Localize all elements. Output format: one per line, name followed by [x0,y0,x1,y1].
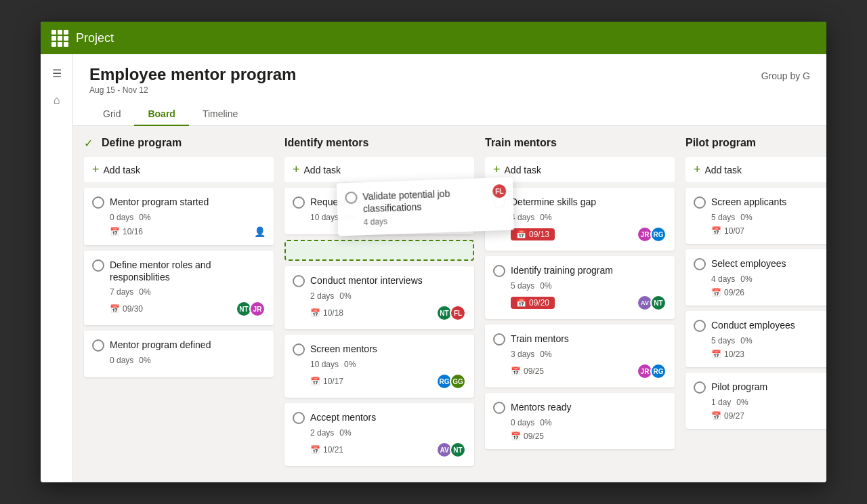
avatar-gg: GG [450,373,466,390]
task-footer: 📅 09/20 AV NT [511,295,667,311]
project-header: Employee mentor program Aug 15 - Nov 12 … [73,54,826,126]
avatar-fl: FL [450,305,466,321]
task-conduct-mentor-interviews[interactable]: Conduct mentor interviews 2 days 0% 📅 [284,266,474,329]
waffle-icon[interactable] [51,30,68,46]
project-title: Employee mentor program [89,65,296,84]
task-avatars: NT FL [436,305,466,321]
add-task-label: Add task [104,165,140,175]
task-title: Mentor program defined [110,339,211,351]
task-define-mentor-roles[interactable]: Define mentor roles and responsiblities … [84,251,274,325]
tab-board[interactable]: Board [134,103,188,126]
app-title: Project [76,31,114,45]
task-avatars: 👤 [254,226,266,237]
task-footer: 📅 10/21 AV NT [310,442,466,458]
avatar-nt: NT [450,442,466,458]
task-title: Select employees [711,257,786,270]
waffle-dot-4 [51,36,56,41]
task-date: 📅 10/17 [310,377,343,386]
plus-icon: + [92,163,100,177]
column-header-pilot-program: Pilot program [685,137,826,149]
task-meta: 2 days 0% [310,428,466,438]
task-circle [293,343,305,356]
task-conduct-employees[interactable]: Conduct employees 5 days 0% 📅 10/23 [685,311,826,367]
task-title: Identify training program [511,264,613,276]
column-train-mentors: Train mentors + Add task Determine ski [485,137,675,471]
task-mentors-ready[interactable]: Mentors ready 0 days 0% 📅 09/25 [485,393,675,449]
task-title: Define mentor roles and responsiblities [110,259,266,283]
task-title: Pilot program [711,381,767,393]
waffle-dot-2 [58,30,62,35]
task-mentor-program-defined[interactable]: Mentor program defined 0 days 0% [84,331,274,377]
task-date: 📅 09/25 [511,366,544,376]
task-meta: 4 days 0% [711,274,826,284]
task-pilot-program-task[interactable]: Pilot program 1 day 0% 📅 09/27 [685,373,826,429]
waffle-dot-5 [58,36,62,41]
task-date-overdue: 📅 09/13 [511,228,555,240]
add-task-pilot-program[interactable]: + Add task [685,157,826,182]
task-identify-training-program[interactable]: Identify training program 5 days 0% 📅 [485,256,675,319]
tab-timeline[interactable]: Timeline [189,103,251,126]
plus-icon: + [694,163,701,177]
task-title: Accept mentors [310,411,376,423]
task-circle [493,333,505,345]
task-title: Screen applicants [711,196,786,208]
task-screen-applicants[interactable]: Screen applicants 5 days 0% 📅 10/07 [685,188,826,244]
task-circle [293,412,305,424]
assign-icon: 👤 [254,226,266,237]
task-title: Mentors ready [511,401,571,413]
task-circle [293,275,305,287]
task-date: 📅 10/21 [310,445,343,455]
task-date: 📅 09/30 [110,304,143,314]
task-avatars: JR RG [637,226,667,243]
add-task-label: Add task [304,165,341,175]
tab-grid[interactable]: Grid [89,103,134,126]
task-avatars: JR RG [637,363,667,379]
task-circle [293,196,305,209]
column-check-icon: ✓ [84,137,96,149]
task-footer: 📅 10/16 👤 [110,226,266,237]
task-circle [694,196,706,209]
task-avatars: NT JR [236,301,266,317]
task-date: 📅 09/26 [711,288,744,297]
drag-card-avatar: FL [491,183,508,200]
column-title-identify-mentors: Identify mentors [284,137,368,149]
task-screen-mentors[interactable]: Screen mentors 10 days 0% 📅 10/17 [284,335,474,398]
waffle-dot-3 [64,30,68,35]
task-circle [345,192,358,205]
drag-card-title: Validate potential job classifications [362,186,505,215]
column-title-pilot-program: Pilot program [685,137,756,149]
sidebar-home-icon[interactable]: ⌂ [46,89,68,111]
app-window: Project ☰ ⌂ Employee mentor program Aug … [41,22,826,482]
task-avatars: AV NT [436,442,466,458]
task-meta: 0 days 0% [511,418,667,427]
waffle-dot-8 [58,42,62,47]
task-accept-mentors[interactable]: Accept mentors 2 days 0% 📅 10/21 [284,403,474,466]
main-content: ☰ ⌂ Employee mentor program Aug 15 - Nov… [41,54,826,482]
task-meta: 4 days 0% [511,213,667,222]
project-dates: Aug 15 - Nov 12 [89,85,296,95]
add-task-define-program[interactable]: + Add task [84,157,274,182]
task-circle [92,196,104,209]
task-meta: 5 days 0% [511,281,667,291]
add-task-train-mentors[interactable]: + Add task [485,157,675,182]
task-train-mentors[interactable]: Train mentors 3 days 0% 📅 09/25 [485,324,675,387]
task-title: Mentor program started [110,196,209,208]
task-circle [694,381,706,394]
group-by-label[interactable]: Group by G [761,65,810,81]
task-date: 📅 10/07 [711,226,744,236]
avatar-rg: RG [650,363,667,379]
column-pilot-program: Pilot program + Add task Screen applic [685,137,826,471]
task-meta: 5 days 0% [711,336,826,345]
task-select-employees[interactable]: Select employees 4 days 0% 📅 09/26 [685,249,826,306]
task-footer: 📅 09/26 [711,288,826,297]
task-date-overdue: 📅 09/20 [511,297,555,309]
sidebar-menu-icon[interactable]: ☰ [46,62,68,84]
task-footer: 📅 09/25 [511,432,667,441]
avatar-nt: NT [650,295,667,311]
task-meta: 5 days 0% [711,213,826,222]
task-mentor-program-started[interactable]: Mentor program started 0 days 0% 📅 1 [84,188,274,245]
task-title: Conduct mentor interviews [310,274,423,287]
task-date: 📅 10/16 [110,227,143,236]
task-footer: 📅 10/23 [711,350,826,359]
add-task-identify-mentors[interactable]: + Add task [284,157,474,182]
